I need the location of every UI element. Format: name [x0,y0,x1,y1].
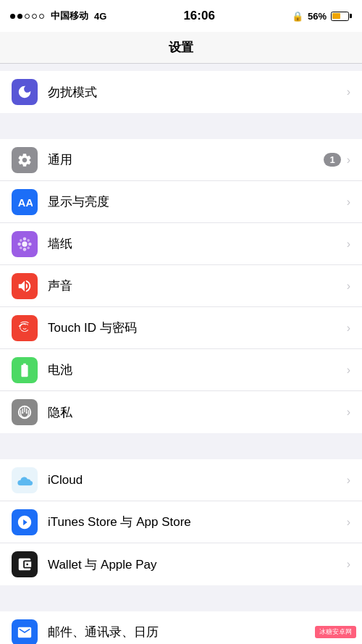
battery-percent: 56% [308,11,327,22]
itunes-right: › [347,516,350,529]
general-icon [12,147,38,173]
itunes-icon [12,509,38,535]
item-display[interactable]: AA 显示与亮度 › [0,181,362,223]
watermark: 冰糖安卓网 [315,626,356,638]
item-sounds[interactable]: 声音 › [0,265,362,307]
item-wallet[interactable]: Wallet 与 Apple Pay › [0,543,362,585]
status-time: 16:06 [183,9,214,23]
general-right: 1 › [324,153,350,167]
item-touchid[interactable]: Touch ID 与密码 › [0,307,362,349]
dot4 [32,14,37,19]
touchid-right: › [347,322,350,335]
battery-fill [332,13,340,19]
dot5 [39,14,44,19]
section-apps: 邮件、通讯录、日历 › 备忘录 › [0,611,362,644]
item-do-not-disturb[interactable]: 勿扰模式 › [0,71,362,113]
svg-point-2 [23,237,27,241]
section-accounts: iCloud › iTunes Store 与 App Store › [0,459,362,585]
gap-2 [0,433,362,459]
carrier-text: 中国移动 [51,9,88,22]
battery-label: 电池 [48,361,347,378]
dot2 [17,14,22,19]
touchid-label: Touch ID 与密码 [48,319,347,336]
wallpaper-right: › [347,238,350,251]
settings-content: 勿扰模式 › 通用 1 › AA [0,64,362,644]
dnd-chevron: › [347,85,350,99]
nav-title: 设置 [169,39,193,56]
general-chevron: › [347,154,350,167]
svg-point-4 [17,242,21,246]
itunes-label: iTunes Store 与 App Store [48,514,347,530]
privacy-right: › [347,406,350,419]
privacy-label: 隐私 [48,404,347,421]
battery-body [331,12,349,21]
status-bar: 中国移动 4G 16:06 🔒 56% [0,0,362,32]
item-general[interactable]: 通用 1 › [0,139,362,181]
nav-header: 设置 [0,32,362,64]
battery-chevron: › [347,364,350,377]
gap-3 [0,585,362,611]
svg-point-5 [28,242,32,246]
sounds-right: › [347,280,350,293]
wallpaper-icon [12,231,38,257]
display-label: 显示与亮度 [48,193,347,210]
dnd-icon [12,79,38,105]
wallet-chevron: › [347,558,350,571]
sounds-icon [12,273,38,299]
gap-1 [0,113,362,139]
mail-icon [12,619,38,645]
dnd-label: 勿扰模式 [48,84,347,101]
dnd-right: › [347,85,350,99]
signal-dots [10,14,44,19]
icloud-right: › [347,474,350,487]
wallpaper-label: 墙纸 [48,235,347,252]
item-wallpaper[interactable]: 墙纸 › [0,223,362,265]
gap-top [0,64,362,71]
item-battery[interactable]: 电池 › [0,349,362,391]
general-label: 通用 [48,151,324,168]
display-right: › [347,196,350,209]
item-mail[interactable]: 邮件、通讯录、日历 › [0,611,362,644]
section-dnd: 勿扰模式 › [0,71,362,113]
wallpaper-chevron: › [347,238,350,251]
icloud-chevron: › [347,474,350,487]
svg-text:AA: AA [18,197,33,209]
svg-point-6 [20,238,22,241]
item-itunes[interactable]: iTunes Store 与 App Store › [0,501,362,543]
section-general: 通用 1 › AA 显示与亮度 › [0,139,362,433]
privacy-icon [12,399,38,425]
status-left: 中国移动 4G [10,9,106,22]
status-right: 🔒 56% [292,11,352,22]
itunes-chevron: › [347,516,350,529]
touchid-chevron: › [347,322,350,335]
battery-settings-icon [12,357,38,383]
wallet-right: › [347,558,350,571]
svg-point-9 [27,246,30,249]
mail-label: 邮件、通讯录、日历 [48,624,347,640]
wallet-icon [12,551,38,577]
general-badge: 1 [324,153,340,167]
svg-point-7 [27,238,30,241]
icloud-icon [12,467,38,493]
item-privacy[interactable]: 隐私 › [0,391,362,433]
privacy-chevron: › [347,406,350,419]
wallet-label: Wallet 与 Apple Pay [48,556,347,573]
display-chevron: › [347,196,350,209]
dot3 [25,14,30,19]
battery-tip [350,14,352,18]
svg-point-8 [20,246,22,249]
battery-right: › [347,364,350,377]
svg-point-3 [23,248,27,251]
sounds-chevron: › [347,280,350,293]
item-icloud[interactable]: iCloud › [0,459,362,501]
lock-icon: 🔒 [292,11,303,22]
touchid-icon [12,315,38,341]
svg-point-1 [22,241,27,246]
icloud-label: iCloud [48,473,347,488]
battery-icon [331,12,352,21]
sounds-label: 声音 [48,277,347,294]
dot1 [10,14,15,19]
network-type: 4G [94,11,106,22]
display-icon: AA [12,189,38,215]
